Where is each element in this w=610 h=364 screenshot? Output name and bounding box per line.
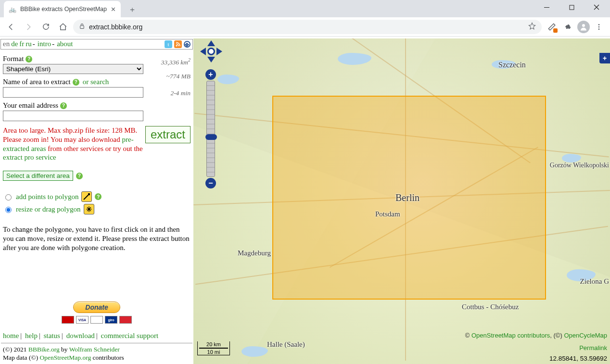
nav-separator: - — [33, 40, 35, 48]
donate-button[interactable]: Donate — [73, 301, 120, 313]
status-link[interactable]: status — [44, 332, 60, 339]
polygon-instructions: To change the polygone, you have to firs… — [3, 225, 190, 252]
lang-en: en — [3, 40, 10, 48]
cursor-coordinates: 12.85841, 53.59692 — [549, 355, 607, 362]
resize-drag-radio[interactable] — [5, 207, 12, 213]
city-label-halle: Halle (Saale) — [267, 340, 305, 349]
zoom-out-button[interactable]: − — [205, 178, 216, 188]
extract-button[interactable]: extract — [145, 126, 191, 143]
or-search-link[interactable]: or search — [83, 78, 109, 86]
copyright: (©) 2021 BBBike.org by Wolfram Schneider… — [1, 343, 192, 362]
extension-ruler-icon[interactable] — [545, 20, 559, 34]
stat-size: ~774 MB — [161, 69, 191, 83]
add-points-label: add points to polygon — [16, 193, 78, 201]
window-maximize-button[interactable] — [561, 0, 582, 14]
bbbike-link[interactable]: BBBike.org — [28, 346, 60, 353]
osm-org-link[interactable]: OpenStreetMap.org — [40, 354, 91, 361]
osm-contributors-link[interactable]: OpenStreetMap contributors — [471, 332, 550, 339]
pan-up-icon[interactable] — [207, 40, 215, 46]
window-minimize-button[interactable] — [536, 0, 557, 14]
pan-left-icon[interactable] — [200, 48, 206, 55]
add-points-radio[interactable] — [5, 194, 12, 201]
lang-fr-link[interactable]: fr — [19, 40, 24, 48]
svg-rect-0 — [570, 5, 574, 10]
help-icon[interactable]: ? — [76, 173, 83, 179]
help-link[interactable]: help — [25, 332, 38, 339]
select-different-area-button[interactable]: Select a different area — [3, 171, 73, 181]
svg-point-6 — [176, 45, 178, 46]
extensions-icon[interactable] — [561, 20, 575, 34]
intro-link[interactable]: intro — [38, 40, 51, 48]
new-tab-button[interactable]: ＋ — [126, 3, 139, 16]
browser-toolbar: extract.bbbike.org — [0, 17, 610, 37]
map-attribution: © OpenStreetMap contributors, (©) OpenCy… — [465, 332, 607, 339]
nav-reload-button[interactable] — [38, 20, 53, 34]
sidebar: en de fr ru - intro - about t ✥ Forma — [0, 38, 193, 364]
tab-title: BBBike extracts OpenStreetMap — [20, 6, 107, 13]
home-link[interactable]: home — [3, 332, 19, 339]
window-close-button[interactable] — [586, 0, 607, 14]
scale-mi: 10 mi — [207, 349, 220, 355]
twitter-icon[interactable]: t — [165, 40, 172, 48]
permalink-link[interactable]: Permalink — [579, 344, 607, 351]
email-label: Your email address — [3, 101, 58, 110]
lang-ru-link[interactable]: ru — [25, 40, 32, 48]
resize-drag-label: resize or drag polygon — [16, 205, 81, 213]
svg-point-2 — [582, 24, 585, 27]
extract-pro-link[interactable]: extract pro service — [3, 153, 56, 161]
bookmark-star-icon[interactable] — [528, 22, 536, 31]
lang-de-link[interactable]: de — [11, 40, 18, 48]
city-label-potsdam: Potsdam — [375, 210, 400, 218]
fullscreen-icon[interactable]: ✥ — [184, 41, 191, 48]
svg-rect-1 — [80, 25, 84, 28]
layer-switcher-button[interactable]: + — [599, 53, 610, 63]
address-bar[interactable]: extract.bbbike.org — [73, 20, 542, 34]
format-select[interactable]: Shapefile (Esri) — [3, 64, 143, 74]
city-label-magdeburg: Magdeburg — [238, 249, 271, 257]
pan-down-icon[interactable] — [207, 57, 215, 63]
pan-center-icon[interactable] — [207, 48, 215, 55]
svg-point-5 — [598, 28, 600, 30]
visa-icon: VISA — [76, 316, 89, 324]
stat-time: 2-4 min — [161, 86, 191, 100]
browser-tab[interactable]: 🚲 BBBike extracts OpenStreetMap ✕ — [4, 1, 121, 17]
zoom-in-button[interactable]: + — [205, 69, 216, 80]
help-icon[interactable]: ? — [25, 56, 32, 63]
city-label-cottbus: Cottbus - Chóśebuz — [462, 303, 519, 311]
nav-back-button[interactable] — [4, 20, 18, 34]
map-canvas[interactable]: Berlin Potsdam Szczecin Magdeburg Halle … — [193, 38, 610, 364]
scale-km: 20 km — [206, 341, 221, 347]
pan-control[interactable] — [201, 41, 221, 62]
tab-close-icon[interactable]: ✕ — [111, 6, 116, 13]
download-link[interactable]: download — [66, 332, 95, 339]
email-input[interactable] — [3, 111, 143, 121]
donate-block: Donate VISA giro — [0, 301, 193, 324]
rss-icon[interactable] — [174, 40, 182, 48]
zoom-control: + − — [205, 69, 216, 188]
pan-right-icon[interactable] — [216, 48, 222, 55]
nav-forward-button — [21, 20, 36, 34]
help-icon[interactable]: ? — [60, 102, 67, 109]
opencyclemap-link[interactable]: OpenCycleMap — [564, 332, 607, 339]
lock-icon — [79, 23, 85, 31]
zoom-slider[interactable] — [206, 81, 215, 177]
svg-point-4 — [598, 26, 600, 27]
city-label-zielona: Zielona G — [580, 277, 609, 286]
commercial-support-link[interactable]: commercial support — [101, 332, 159, 339]
help-icon[interactable]: ? — [95, 193, 102, 200]
resize-drag-icon — [84, 204, 94, 214]
area-name-input[interactable] — [3, 87, 143, 98]
menu-dots-icon[interactable] — [592, 20, 606, 34]
profile-avatar[interactable] — [577, 21, 590, 33]
zoom-slider-thumb[interactable] — [205, 134, 217, 140]
help-icon[interactable]: ? — [73, 79, 79, 86]
author-link[interactable]: Wolfram Schneider — [69, 346, 120, 353]
mastercard-icon — [62, 316, 74, 324]
nav-separator: - — [52, 40, 54, 48]
polygon-mode-group: add points to polygon ? resize or drag p… — [3, 191, 190, 214]
ec-icon — [119, 316, 132, 324]
name-label: Name of area to extract — [3, 78, 71, 86]
about-link[interactable]: about — [57, 40, 73, 48]
nav-home-button[interactable] — [56, 20, 70, 34]
add-points-icon — [81, 191, 92, 202]
